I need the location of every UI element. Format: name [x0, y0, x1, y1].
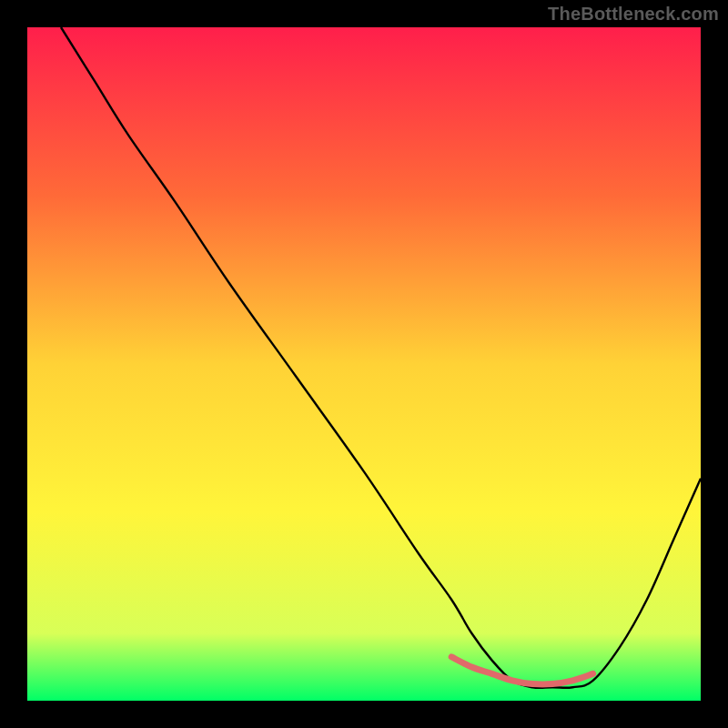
- chart-frame: { "watermark": "TheBottleneck.com", "cha…: [0, 0, 728, 728]
- watermark: TheBottleneck.com: [548, 4, 719, 25]
- plot-background: [27, 27, 701, 701]
- chart-svg: [0, 0, 728, 728]
